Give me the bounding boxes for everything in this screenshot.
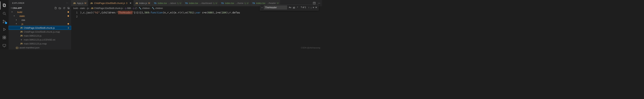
tree-label: build — [17, 11, 66, 13]
tree-file[interactable]: ≡main.56f02123.js.LICENSE.txt — [8, 38, 71, 42]
activity-search[interactable] — [0, 9, 8, 17]
tree-file[interactable]: { }asset-manifest.json — [8, 46, 71, 49]
symbol-icon: ◇ — [133, 7, 134, 9]
twistie-icon — [15, 23, 18, 25]
js-icon: JS — [20, 27, 23, 29]
breadcrumb-symbol[interactable]: children — [142, 7, 150, 9]
tab-description: .../header — [267, 2, 276, 4]
svg-rect-0 — [3, 4, 5, 6]
svg-rect-8 — [3, 36, 4, 37]
breadcrumb-symbol[interactable]: Z — [135, 7, 136, 9]
tab-label: index.tsx — [189, 2, 198, 4]
tree-label: js — [22, 23, 66, 25]
tree-file[interactable]: JSChildPage.02ed5bd8.chunk.js.map — [8, 30, 71, 34]
twistie-icon — [13, 15, 16, 17]
sidebar-header: EXPLORER ⋯ — [8, 0, 71, 6]
tab-label: index.js — [139, 2, 147, 4]
activity-source-control[interactable]: 9 — [0, 17, 8, 25]
tree-file[interactable]: JSmain.56f02123.js.map — [8, 42, 71, 46]
find-status: ? of 1 — [300, 6, 306, 9]
twistie-icon — [15, 19, 18, 21]
activity-explorer[interactable] — [0, 1, 8, 9]
tree-label: ChildPage.02ed5bd8.chunk.js — [24, 26, 67, 29]
watermark: CSDN @zhichaosong — [301, 47, 320, 49]
code-content[interactable]: ),c.jsx)("h2",{children:"TheHeader"})})}… — [80, 10, 322, 49]
breadcrumb-symbol[interactable]: 688 — [127, 7, 131, 9]
svg-rect-11 — [4, 38, 6, 39]
tab-label: ChildPage.02ed5bd8.chunk.js — [94, 2, 125, 4]
editor[interactable]: 1 2 ),c.jsx)("h2",{children:"TheHeader"}… — [71, 10, 322, 49]
tree-label: main.56f02123.js — [24, 34, 69, 37]
tree-folder[interactable]: build — [8, 10, 71, 14]
new-folder-icon[interactable] — [58, 7, 61, 9]
js-icon: JS — [135, 2, 138, 4]
js-icon: JS — [90, 2, 93, 4]
text-icon: ≡ — [20, 38, 23, 41]
match-case-icon[interactable]: Aa — [288, 6, 292, 9]
tree-label: static — [20, 15, 66, 17]
svg-rect-12 — [3, 44, 6, 46]
find-toggle-replace-icon[interactable]: › — [261, 6, 263, 9]
find-prev-icon[interactable]: ↑ — [308, 6, 310, 9]
find-selection-icon[interactable]: ≡ — [313, 6, 314, 9]
editor-tab[interactable]: TSindex.tsx.../dashboard1, U — [183, 0, 219, 6]
svg-line-3 — [5, 14, 6, 15]
tree-label: ChildPage.02ed5bd8.chunk.js.map — [24, 30, 69, 33]
source-control-badge: 9 — [5, 22, 7, 24]
section-header[interactable]: CRA-APP — [8, 6, 71, 10]
svg-rect-10 — [3, 38, 4, 39]
tree-label: main.56f02123.js.LICENSE.txt — [24, 38, 69, 41]
editor-tab[interactable]: TSindex.tsx.../home1, U — [219, 0, 250, 6]
twistie-icon — [11, 11, 13, 13]
file-tree: buildstaticcssjsJSChildPage.02ed5bd8.chu… — [8, 10, 71, 49]
tree-folder[interactable]: static — [8, 14, 71, 18]
tree-folder[interactable]: js — [8, 22, 71, 26]
activity-run-debug[interactable] — [0, 25, 8, 33]
line-number: 2 — [71, 14, 78, 18]
tab-description: .../about — [168, 2, 176, 4]
tree-file[interactable]: JSmain.56f02123.js — [8, 34, 71, 38]
problem-badge: 3 — [68, 26, 69, 29]
breadcrumb-item[interactable]: build — [73, 7, 78, 9]
editor-tab[interactable]: JSChildPage.02ed5bd8.chunk.js3✕ — [88, 0, 133, 6]
editor-tab[interactable]: TSindex.tsx.../about1, U — [152, 0, 183, 6]
tree-file[interactable]: JSChildPage.02ed5bd8.chunk.js3 — [8, 26, 71, 30]
breadcrumb-file[interactable]: ChildPage.02ed5bd8.chunk.js — [94, 7, 123, 9]
activity-remote[interactable] — [0, 41, 8, 49]
regex-icon[interactable]: .* — [296, 6, 298, 9]
sidebar-more-icon[interactable]: ⋯ — [66, 2, 68, 4]
symbol-icon: 🔧 — [152, 7, 154, 9]
breadcrumb-item[interactable]: static — [80, 7, 85, 9]
tree-folder[interactable]: css — [8, 18, 71, 22]
chevron-down-icon — [10, 7, 12, 9]
breadcrumb-symbol[interactable]: children — [155, 7, 163, 9]
js-icon: JS — [20, 42, 23, 45]
more-actions-icon[interactable]: ⋯ — [318, 2, 320, 4]
svg-point-2 — [3, 12, 5, 14]
svg-marker-7 — [4, 28, 6, 31]
find-next-icon[interactable]: ↓ — [310, 6, 312, 9]
json-icon: { } — [16, 46, 19, 49]
svg-rect-9 — [4, 36, 6, 37]
refresh-icon[interactable] — [63, 7, 66, 9]
ts-icon: TS — [221, 2, 224, 4]
breadcrumb-item[interactable]: js — [87, 7, 89, 9]
new-file-icon[interactable] — [54, 7, 57, 9]
match-word-icon[interactable]: ab — [292, 6, 296, 9]
activity-extensions[interactable] — [0, 33, 8, 42]
tab-description: .../dashboard — [200, 2, 212, 4]
find-close-icon[interactable]: ✕ — [315, 6, 317, 9]
tab-status: 3 — [126, 2, 128, 4]
tab-close-icon[interactable]: ✕ — [130, 2, 132, 4]
tree-label: main.56f02123.js.map — [24, 42, 69, 45]
collapse-all-icon[interactable] — [67, 7, 70, 9]
ts-icon: TS — [185, 2, 188, 4]
tab-description: .../home — [236, 2, 243, 4]
js-icon: JS — [91, 7, 93, 9]
editor-tab[interactable]: JSApp.jsM — [71, 0, 88, 6]
tab-status: 1, U — [244, 2, 248, 4]
editor-tab[interactable]: JSindex.jsM — [134, 0, 152, 6]
find-input[interactable] — [264, 5, 287, 9]
tab-label: App.js — [77, 2, 84, 4]
symbol-icon: ◇ — [125, 7, 126, 9]
